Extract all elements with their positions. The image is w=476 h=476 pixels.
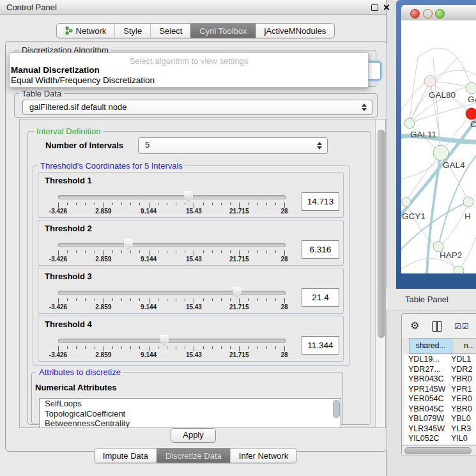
column-header-shared[interactable]: shared... [409, 338, 452, 354]
tab-label: Infer Network [239, 451, 288, 461]
threshold-3-value-field[interactable]: 21.4 [302, 288, 339, 307]
tick-mark [185, 250, 185, 253]
cell-shared-name: YLR345W [408, 424, 445, 434]
settings-vscrollbar[interactable] [375, 119, 386, 427]
num-intervals-combo[interactable]: 5 [138, 137, 328, 154]
tick-mark [95, 203, 95, 205]
close-traffic-light-icon[interactable] [410, 9, 420, 19]
tick-mark [194, 346, 194, 351]
tab-discretize-data[interactable]: Discretize Data [157, 449, 230, 463]
tab-cyni-toolbox[interactable]: Cyni Toolbox [190, 24, 255, 38]
table-row[interactable]: YBR043CYBR0 [404, 374, 476, 385]
popup-option-equal-width-frequency[interactable]: Equal Width/Frequency Discretization [11, 75, 155, 85]
tick-mark [284, 203, 285, 208]
network-node-gal11[interactable] [404, 118, 415, 128]
table-data-combo[interactable]: galFiltered.sif default node [22, 100, 372, 115]
tab-infer-network[interactable]: Infer Network [230, 449, 296, 463]
split-columns-icon[interactable] [432, 321, 442, 332]
threshold-2-value-field[interactable]: 6.316 [302, 240, 339, 259]
tick-marks [58, 298, 284, 303]
column-header-name[interactable]: n... [452, 338, 476, 354]
network-node-h[interactable] [463, 197, 473, 207]
network-node-gcy1[interactable] [402, 197, 411, 206]
tick-mark [121, 203, 122, 205]
popup-hint: Select algorithm to view settings [10, 56, 368, 66]
tick-mark [158, 203, 158, 205]
network-node-ga[interactable] [466, 82, 476, 94]
minimize-traffic-light-icon[interactable] [423, 9, 433, 19]
float-window-icon[interactable] [371, 4, 378, 11]
attribute-list-item[interactable]: TopologicalCoefficient [40, 409, 341, 419]
tick-mark [139, 250, 140, 253]
tick-label: 15.43 [186, 351, 202, 358]
table-row[interactable]: YDR27...YDR2 [404, 365, 476, 375]
select-columns-checkbox-icons[interactable]: ☑☑ [454, 322, 470, 331]
tick-mark [194, 298, 194, 303]
attributes-list[interactable]: SelfLoopsTopologicalCoefficientBetweenne… [39, 398, 341, 428]
tick-mark [284, 298, 285, 303]
attribute-list-item[interactable]: SelfLoops [40, 399, 341, 409]
table-row[interactable]: YLR345WYLR3 [404, 424, 476, 434]
threshold-1-slider-track[interactable] [58, 195, 286, 199]
threshold-3-slider-track[interactable] [58, 291, 286, 295]
threshold-4-slider-handle[interactable] [160, 335, 169, 346]
cell-shared-name: YDL19... [408, 355, 440, 365]
gear-icon[interactable]: ⚙ [410, 321, 419, 331]
settings-vscrollbar-thumb[interactable] [378, 130, 385, 338]
tab-style[interactable]: Style [114, 24, 150, 38]
table-row[interactable]: YPR145WYPR1 [404, 385, 476, 395]
tick-marks [58, 250, 284, 256]
tick-mark [239, 346, 240, 351]
apply-button[interactable]: Apply [171, 428, 216, 443]
network-edge [401, 258, 459, 271]
network-node[interactable] [454, 266, 464, 273]
threshold-2-slider-track[interactable] [58, 243, 286, 247]
network-node-c[interactable] [466, 108, 476, 119]
cell-name: YBL0 [451, 414, 471, 424]
num-intervals-value: 5 [145, 140, 150, 150]
cell-name: YBR0 [451, 374, 472, 385]
tab-select[interactable]: Select [150, 24, 190, 38]
tick-mark [248, 203, 249, 205]
list-scrollbar-thumb[interactable] [333, 400, 340, 418]
attribute-list-item[interactable]: BetweennessCentrality [40, 418, 341, 428]
network-canvas[interactable]: GAL80GAGAL11CGAL4GCY1HHAP2 [401, 20, 476, 273]
table-row[interactable]: YBR045CYBR0 [404, 404, 476, 415]
table-row[interactable]: YIL052CYIL0 [404, 434, 476, 444]
tick-mark [212, 203, 213, 205]
network-node-gal4[interactable] [433, 145, 449, 160]
threshold-1-slider-handle[interactable] [184, 191, 193, 203]
tab-jactivemnodules[interactable]: jActiveMNodules [256, 24, 335, 38]
table-row[interactable]: YER054CYER0 [404, 394, 476, 404]
tick-marks [58, 346, 284, 351]
threshold-3-slider-handle[interactable] [233, 287, 242, 298]
close-icon[interactable] [383, 4, 390, 11]
zoom-traffic-light-icon[interactable] [435, 9, 445, 19]
tab-impute-data[interactable]: Impute Data [95, 449, 157, 463]
threshold-2-slider-handle[interactable] [124, 239, 133, 250]
table-hscrollbar[interactable] [402, 445, 476, 455]
tick-label: 21.715 [229, 351, 249, 358]
popup-option-manual-discretization[interactable]: Manual Discretization [11, 65, 100, 75]
tick-mark [121, 346, 122, 349]
tab-network[interactable]: Network [57, 24, 115, 38]
table-row[interactable]: YBL079WYBL0 [404, 414, 476, 424]
threshold-4-slider-track[interactable] [58, 339, 286, 343]
bottom-tab-bar: Impute DataDiscretize DataInfer Network [5, 448, 386, 463]
tick-label: 28 [280, 256, 288, 263]
network-node-label: GAL4 [443, 160, 465, 170]
table-row[interactable]: YDL19...YDL1 [404, 355, 476, 365]
cell-name: YDL1 [451, 355, 471, 365]
tick-mark [212, 346, 213, 349]
table-hscrollbar-thumb[interactable] [404, 447, 472, 454]
network-node-gal80[interactable] [424, 75, 436, 87]
tick-mark [112, 203, 113, 205]
threshold-4-value-field[interactable]: 11.344 [302, 336, 339, 355]
network-node-label: C [470, 119, 476, 129]
tick-mark [76, 203, 77, 205]
tick-mark [149, 250, 150, 256]
threshold-1-value-field[interactable]: 14.713 [302, 192, 339, 211]
tick-mark [130, 250, 131, 253]
tick-mark [112, 298, 113, 301]
network-window-titlebar [401, 5, 476, 21]
